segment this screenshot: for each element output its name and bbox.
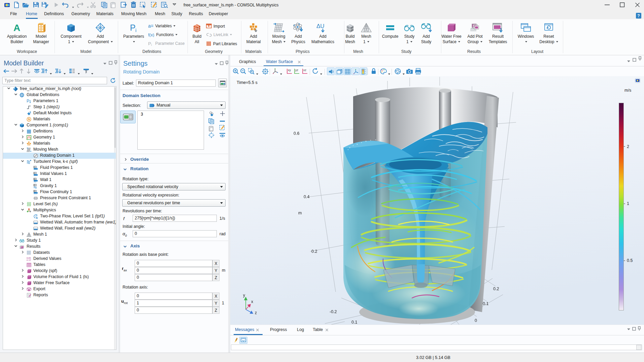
svg-text:z: z bbox=[255, 310, 257, 315]
svg-text:0.4: 0.4 bbox=[304, 194, 309, 199]
svg-text:0.6: 0.6 bbox=[294, 131, 299, 136]
svg-text:ΔU: ΔU bbox=[316, 23, 325, 29]
svg-text:0.2: 0.2 bbox=[493, 286, 499, 291]
svg-text:i: i bbox=[151, 43, 152, 46]
svg-text:f(x): f(x) bbox=[148, 33, 154, 37]
svg-text:a=: a= bbox=[148, 24, 154, 28]
svg-text:x: x bbox=[251, 299, 253, 304]
svg-text:A: A bbox=[13, 23, 20, 33]
svg-text:0: 0 bbox=[475, 318, 477, 323]
svg-text:m: m bbox=[298, 211, 302, 215]
svg-text:yz: yz bbox=[295, 68, 299, 72]
svg-text:xy: xy bbox=[288, 68, 291, 72]
svg-text:0.1: 0.1 bbox=[351, 320, 357, 325]
svg-text:P: P bbox=[130, 23, 136, 32]
svg-text:-0.2: -0.2 bbox=[330, 309, 337, 314]
svg-text:0.1: 0.1 bbox=[483, 301, 488, 306]
svg-text:P: P bbox=[148, 41, 151, 46]
svg-text:0.2: 0.2 bbox=[311, 249, 317, 254]
svg-text:i: i bbox=[135, 27, 136, 33]
svg-text:y: y bbox=[243, 293, 245, 298]
svg-text:xz: xz bbox=[303, 68, 307, 72]
